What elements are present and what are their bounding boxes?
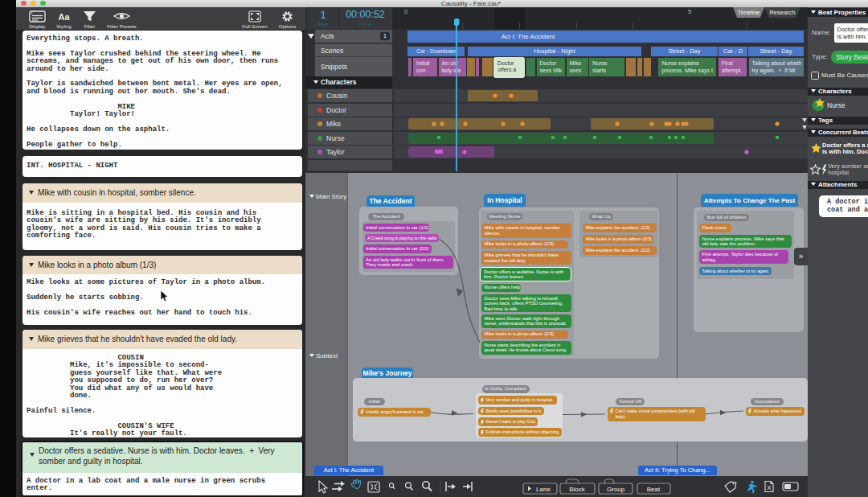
svg-text:Block: Block <box>569 486 586 493</box>
svg-text:Aa: Aa <box>58 12 70 22</box>
svg-text:Options: Options <box>279 23 296 29</box>
svg-text:Filter Presets: Filter Presets <box>107 23 136 29</box>
svg-text:Filter: Filter <box>84 23 96 29</box>
svg-text:Display: Display <box>29 23 46 29</box>
svg-text:Styling: Styling <box>56 23 72 29</box>
svg-text:Group: Group <box>607 486 625 493</box>
svg-text:Beat: Beat <box>647 486 661 493</box>
svg-text:Full Screen: Full Screen <box>242 23 268 29</box>
svg-text:Lane: Lane <box>536 486 551 493</box>
